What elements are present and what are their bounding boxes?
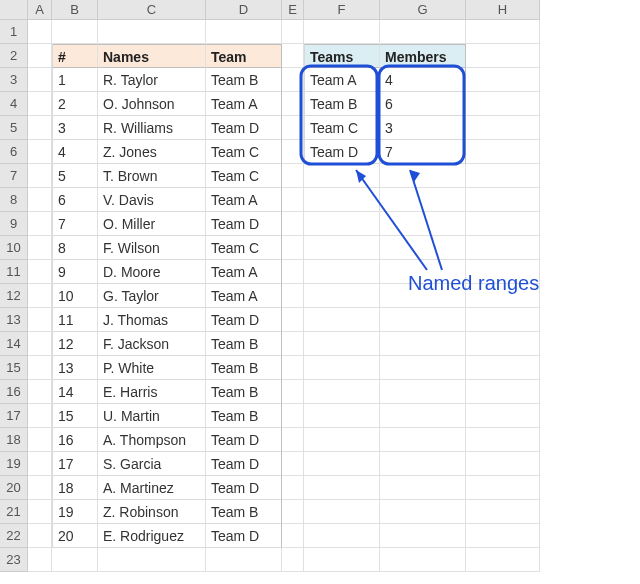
cell[interactable]	[206, 20, 282, 44]
cell[interactable]	[304, 332, 380, 356]
cell[interactable]	[466, 476, 540, 500]
cell[interactable]	[282, 548, 304, 572]
cell[interactable]	[304, 500, 380, 524]
cell[interactable]	[282, 356, 304, 380]
cell[interactable]	[466, 140, 540, 164]
cell[interactable]	[282, 260, 304, 284]
cell[interactable]	[304, 308, 380, 332]
row-header-20[interactable]: 20	[0, 476, 28, 500]
cell[interactable]	[466, 524, 540, 548]
row-header-22[interactable]: 22	[0, 524, 28, 548]
col-header-A[interactable]: A	[28, 0, 52, 20]
cell[interactable]	[282, 68, 304, 92]
col-header-H[interactable]: H	[466, 0, 540, 20]
cell[interactable]	[28, 524, 52, 548]
cell[interactable]	[380, 476, 466, 500]
cell[interactable]	[28, 44, 52, 68]
cell[interactable]	[28, 20, 52, 44]
col-header-G[interactable]: G	[380, 0, 466, 20]
cell-num[interactable]: 17	[52, 452, 98, 476]
cell[interactable]	[282, 332, 304, 356]
cell-team[interactable]: Team A	[206, 284, 282, 308]
cell-team[interactable]: Team B	[206, 68, 282, 92]
cell-num[interactable]: 4	[52, 140, 98, 164]
cell-team[interactable]: Team D	[206, 308, 282, 332]
cell[interactable]	[282, 140, 304, 164]
cell[interactable]	[28, 380, 52, 404]
cell[interactable]	[380, 212, 466, 236]
cell-team[interactable]: Team B	[206, 380, 282, 404]
header-names[interactable]: Names	[98, 44, 206, 68]
cell-name[interactable]: S. Garcia	[98, 452, 206, 476]
cell-name[interactable]: U. Martin	[98, 404, 206, 428]
cell[interactable]	[28, 116, 52, 140]
cell[interactable]	[282, 476, 304, 500]
cell-name[interactable]: Z. Robinson	[98, 500, 206, 524]
cell-name[interactable]: E. Harris	[98, 380, 206, 404]
cell[interactable]	[380, 356, 466, 380]
cell[interactable]	[28, 236, 52, 260]
cell[interactable]	[466, 68, 540, 92]
cell[interactable]	[466, 188, 540, 212]
cell-team[interactable]: Team B	[206, 332, 282, 356]
cell[interactable]	[28, 476, 52, 500]
cell-team[interactable]: Team B	[206, 404, 282, 428]
cell[interactable]	[98, 548, 206, 572]
cell[interactable]	[98, 20, 206, 44]
cell-num[interactable]: 13	[52, 356, 98, 380]
cell-num[interactable]: 5	[52, 164, 98, 188]
cell-side-members[interactable]: 7	[380, 140, 466, 164]
cell[interactable]	[466, 44, 540, 68]
col-header-F[interactable]: F	[304, 0, 380, 20]
col-header-E[interactable]: E	[282, 0, 304, 20]
cell-num[interactable]: 3	[52, 116, 98, 140]
row-header-4[interactable]: 4	[0, 92, 28, 116]
cell[interactable]	[304, 212, 380, 236]
row-header-8[interactable]: 8	[0, 188, 28, 212]
cell-team[interactable]: Team C	[206, 164, 282, 188]
cell[interactable]	[380, 428, 466, 452]
cell-side-team[interactable]: Team C	[304, 116, 380, 140]
cell-team[interactable]: Team D	[206, 476, 282, 500]
cell[interactable]	[282, 164, 304, 188]
row-header-14[interactable]: 14	[0, 332, 28, 356]
cell[interactable]	[380, 404, 466, 428]
cell-side-team[interactable]: Team D	[304, 140, 380, 164]
cell[interactable]	[380, 308, 466, 332]
cell-num[interactable]: 14	[52, 380, 98, 404]
cell[interactable]	[282, 500, 304, 524]
cell[interactable]	[28, 212, 52, 236]
cell[interactable]	[304, 20, 380, 44]
cell-name[interactable]: O. Miller	[98, 212, 206, 236]
cell[interactable]	[466, 500, 540, 524]
cell[interactable]	[466, 92, 540, 116]
row-header-11[interactable]: 11	[0, 260, 28, 284]
cell[interactable]	[466, 332, 540, 356]
cell-team[interactable]: Team C	[206, 236, 282, 260]
row-header-13[interactable]: 13	[0, 308, 28, 332]
cell[interactable]	[466, 212, 540, 236]
cell[interactable]	[304, 188, 380, 212]
cell[interactable]	[28, 68, 52, 92]
cell[interactable]	[28, 332, 52, 356]
cell[interactable]	[466, 380, 540, 404]
cell[interactable]	[466, 308, 540, 332]
col-header-D[interactable]: D	[206, 0, 282, 20]
cell-name[interactable]: V. Davis	[98, 188, 206, 212]
cell[interactable]	[304, 380, 380, 404]
row-header-7[interactable]: 7	[0, 164, 28, 188]
cell[interactable]	[304, 452, 380, 476]
cell[interactable]	[282, 188, 304, 212]
cell[interactable]	[466, 236, 540, 260]
cell[interactable]	[28, 188, 52, 212]
cell[interactable]	[380, 548, 466, 572]
cell-name[interactable]: P. White	[98, 356, 206, 380]
row-header-23[interactable]: 23	[0, 548, 28, 572]
cell-num[interactable]: 2	[52, 92, 98, 116]
cell[interactable]	[282, 428, 304, 452]
row-header-1[interactable]: 1	[0, 20, 28, 44]
header-teams[interactable]: Teams	[304, 44, 380, 68]
row-header-15[interactable]: 15	[0, 356, 28, 380]
cell[interactable]	[28, 452, 52, 476]
cell-num[interactable]: 19	[52, 500, 98, 524]
